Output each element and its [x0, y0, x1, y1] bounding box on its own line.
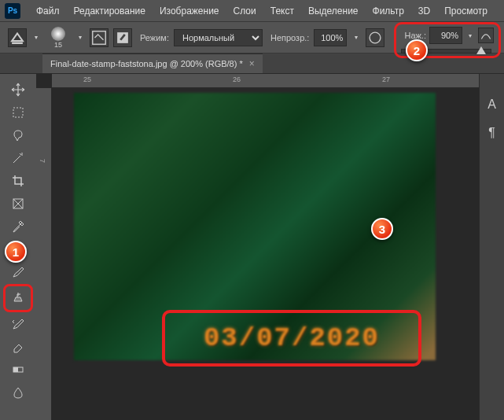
paragraph-panel-icon[interactable]: ¶	[488, 126, 495, 140]
menu-edit[interactable]: Редактирование	[68, 2, 152, 20]
clone-stamp-tool[interactable]	[6, 287, 30, 309]
document-title: Final-date-stamp-faststona.jpg @ 200% (R…	[50, 59, 243, 68]
brush-panel-button[interactable]	[90, 28, 109, 47]
svg-rect-0	[93, 31, 106, 44]
blur-tool[interactable]	[6, 381, 30, 403]
brush-preview[interactable]: 15	[46, 25, 71, 50]
annotation-2: 2	[406, 39, 428, 61]
menu-text[interactable]: Текст	[264, 2, 300, 20]
menu-3d[interactable]: 3D	[412, 2, 436, 20]
menu-image[interactable]: Изображение	[153, 2, 226, 20]
pressure-opacity-button[interactable]	[366, 28, 384, 47]
app-logo[interactable]: Ps	[5, 3, 20, 19]
options-bar: ▾ 15 ▾ Режим: Нормальный Непрозр.: ▾ Наж…	[0, 22, 504, 53]
right-panel: A ¶	[479, 74, 504, 420]
chevron-down-icon[interactable]: ▾	[351, 34, 361, 41]
chevron-down-icon[interactable]: ▾	[31, 34, 41, 41]
svg-point-2	[370, 32, 381, 43]
date-stamp-text: 03/07/2020	[204, 323, 380, 353]
airbrush-button[interactable]	[478, 28, 494, 43]
brush-size-label: 15	[54, 41, 62, 49]
marquee-tool[interactable]	[6, 101, 30, 123]
brush-circle-icon	[51, 27, 65, 41]
move-tool[interactable]	[6, 79, 30, 101]
mode-label: Режим:	[140, 33, 169, 42]
crop-tool[interactable]	[6, 170, 30, 192]
opacity-label: Непрозр.:	[270, 33, 309, 42]
menu-view[interactable]: Просмотр	[438, 2, 494, 20]
close-icon[interactable]: ×	[249, 58, 255, 69]
brush-tool[interactable]	[6, 261, 30, 283]
opacity-input[interactable]	[314, 29, 347, 46]
frame-tool[interactable]	[6, 193, 30, 215]
workspace: 25 26 27 7 03/07/2020 A ¶	[0, 74, 504, 420]
clone-stamp-highlight	[3, 284, 33, 312]
annotation-3: 3	[371, 218, 393, 240]
ruler-vertical: 7	[36, 88, 52, 420]
svg-rect-7	[13, 367, 18, 372]
svg-rect-3	[13, 108, 23, 117]
blend-mode-select[interactable]: Нормальный	[174, 29, 263, 46]
eraser-tool[interactable]	[6, 336, 30, 358]
flow-input[interactable]	[429, 27, 462, 44]
menu-select[interactable]: Выделение	[302, 2, 365, 20]
eyedropper-tool[interactable]	[6, 216, 30, 238]
annotation-1: 1	[5, 241, 27, 263]
menu-file[interactable]: Файл	[30, 2, 66, 20]
gradient-tool[interactable]	[6, 359, 30, 381]
magic-wand-tool[interactable]	[6, 147, 30, 169]
clone-source-button[interactable]	[113, 28, 132, 47]
menu-filter[interactable]: Фильтр	[366, 2, 410, 20]
history-brush-tool[interactable]	[6, 313, 30, 335]
lasso-tool[interactable]	[6, 124, 30, 146]
canvas-area: 25 26 27 7 03/07/2020	[36, 74, 479, 420]
slider-thumb-icon[interactable]	[476, 46, 486, 54]
character-panel-icon[interactable]: A	[487, 98, 496, 112]
document-tab[interactable]: Final-date-stamp-faststona.jpg @ 200% (R…	[42, 53, 263, 73]
menu-layers[interactable]: Слои	[227, 2, 263, 20]
menu-bar: Ps Файл Редактирование Изображение Слои …	[0, 0, 504, 22]
tool-preset-icon[interactable]	[8, 28, 27, 47]
chevron-down-icon[interactable]: ▾	[75, 34, 85, 41]
ruler-horizontal: 25 26 27	[52, 74, 479, 88]
chevron-down-icon[interactable]: ▾	[465, 32, 475, 39]
date-stamp-highlight: 03/07/2020	[162, 310, 421, 367]
